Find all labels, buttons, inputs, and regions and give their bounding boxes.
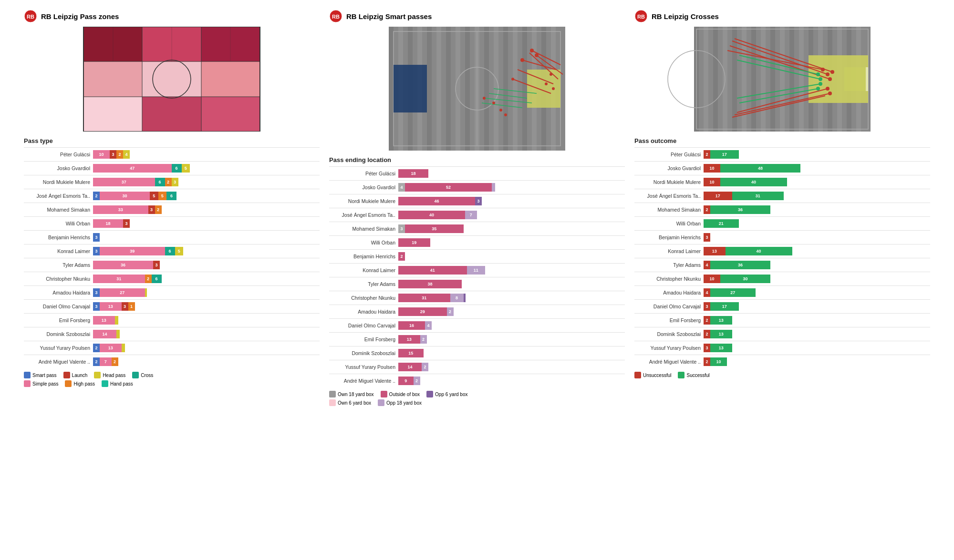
legend: Unsuccessful Successful	[634, 372, 930, 378]
bar-seg-outside: 13	[398, 335, 420, 344]
player-name: Josko Gvardiol	[329, 184, 398, 190]
bar-segments: 1030	[704, 275, 770, 283]
table-row: Péter Gulácsi217	[634, 149, 930, 160]
bar-seg-successful: 40	[726, 247, 792, 255]
bar-segments: 436	[704, 261, 770, 269]
svg-point-110	[819, 77, 822, 81]
svg-point-103	[826, 72, 830, 76]
bar-seg-own18: 4	[398, 183, 405, 192]
bar-seg-opp18: 7	[465, 211, 477, 219]
table-row: Christopher Nkunku3126	[24, 274, 320, 284]
bar-segments: 272	[93, 357, 118, 366]
legend-label: Head pass	[103, 373, 125, 378]
legend-color	[634, 372, 641, 378]
svg-rect-24	[389, 27, 394, 151]
legend-label: Opp 6 yard box	[435, 392, 467, 397]
legend-label: Launch	[72, 373, 88, 378]
svg-rect-6	[83, 61, 142, 97]
bar-seg-simple: 13	[93, 316, 115, 325]
table-row: Willi Orban19	[329, 237, 625, 248]
bar-segments: 4765	[93, 164, 190, 173]
bar-seg-outside: 15	[398, 349, 424, 357]
pitch-visualization	[24, 27, 320, 132]
player-name: José Ángel Esmoris Ta..	[329, 212, 398, 218]
legend-item: Opp 6 yard box	[426, 391, 467, 397]
bar-chart: Péter Gulácsi18Josko Gvardiol452Nordi Mu…	[329, 168, 625, 386]
svg-rect-43	[394, 65, 427, 112]
svg-rect-31	[456, 27, 460, 151]
table-row: Mohamed Simakan335	[329, 224, 625, 234]
bar-seg-simple: 33	[93, 205, 148, 214]
bar-seg-successful: 40	[720, 178, 787, 186]
player-name: Péter Gulácsi	[24, 152, 93, 157]
svg-point-61	[483, 97, 486, 100]
bar-seg-unsuccessful: 3	[704, 302, 710, 311]
bar-seg-simple: 30	[100, 192, 150, 200]
bar-segments: 31331	[93, 302, 135, 311]
svg-rect-73	[713, 27, 718, 132]
bar-seg-outside: 52	[405, 183, 492, 192]
bar-seg-cross: 6	[166, 192, 176, 200]
player-name: Daniel Olmo Carvajal	[24, 304, 93, 309]
bar-seg-cross: 6	[165, 247, 175, 255]
bar-seg-outside: 29	[398, 307, 447, 316]
svg-rect-8	[201, 61, 260, 97]
bar-seg-head: 3	[172, 178, 178, 186]
legend-label: Outside of box	[389, 392, 420, 397]
player-name: Christopher Nkunku	[634, 276, 704, 282]
bar-seg-simple: 10	[93, 150, 110, 159]
bar-segments: 183	[93, 219, 130, 228]
table-row: Dominik Szoboszlai14	[24, 329, 320, 339]
bar-seg-outside: 38	[398, 280, 462, 288]
bar-segments: 327	[93, 288, 147, 297]
bar-seg-opp6: 3	[475, 197, 482, 205]
table-row: Konrad Laimer33965	[24, 246, 320, 256]
svg-point-59	[520, 58, 524, 62]
bar-seg-simple: 14	[93, 330, 116, 338]
svg-rect-82	[799, 27, 804, 132]
player-name: Dominik Szoboszlai	[329, 350, 398, 356]
bar-seg-simple: 27	[100, 288, 145, 297]
svg-point-65	[545, 82, 548, 85]
player-name: Christopher Nkunku	[24, 276, 93, 282]
svg-point-67	[552, 87, 555, 90]
table-row: Nordi Mukiele Mulere1040	[634, 177, 930, 187]
bar-seg-high: 1	[128, 302, 135, 311]
bar-seg-opp18: 2	[420, 335, 427, 344]
bar-seg-cross: 6	[172, 164, 182, 173]
legend-item: Launch	[63, 372, 88, 378]
bar-seg-cross: 6	[155, 178, 165, 186]
svg-point-63	[499, 109, 502, 112]
table-row: Tyler Adams38	[329, 279, 625, 289]
svg-rect-91	[844, 67, 868, 91]
svg-rect-9	[83, 97, 142, 132]
legend-item: Own 18 yard box	[329, 391, 374, 397]
bar-segments: 213	[704, 330, 732, 338]
pitch-visualization	[329, 27, 625, 151]
bar-seg-successful: 17	[710, 302, 739, 311]
bar-seg-head: 5	[182, 164, 190, 173]
table-row: Yussuf Yurary Poulsen142	[329, 362, 625, 372]
panel-title-text: RB Leipzig Pass zones	[41, 12, 119, 20]
legend-color	[426, 391, 433, 397]
table-row: José Ángel Esmoris Ta..1731	[634, 191, 930, 201]
bar-segments: 1040	[704, 178, 787, 186]
bar-segments: 13	[93, 316, 118, 325]
table-row: Daniel Olmo Carvajal317	[634, 301, 930, 312]
svg-point-107	[826, 87, 830, 91]
player-name: Benjamin Henrichs	[329, 254, 398, 259]
bar-seg-unsuccessful: 17	[704, 192, 732, 200]
bar-segments: 236	[704, 205, 770, 214]
player-name: Willi Orban	[634, 221, 704, 226]
bar-seg-outside: 18	[398, 169, 428, 178]
legend-label: Own 6 yard box	[338, 400, 371, 406]
legend-item: Smart pass	[24, 372, 57, 378]
bar-seg-head	[145, 288, 147, 297]
bar-seg-opp18: 2	[422, 363, 428, 371]
panel-title-text: RB Leipzig Crosses	[652, 12, 719, 20]
bar-segments: 313	[704, 344, 732, 352]
player-name: Amadou Haidara	[24, 290, 93, 295]
player-name: Nordi Mukiele Mulere	[634, 179, 704, 185]
table-row: Benjamin Henrichs2	[329, 251, 625, 262]
player-name: Benjamin Henrichs	[24, 234, 93, 240]
